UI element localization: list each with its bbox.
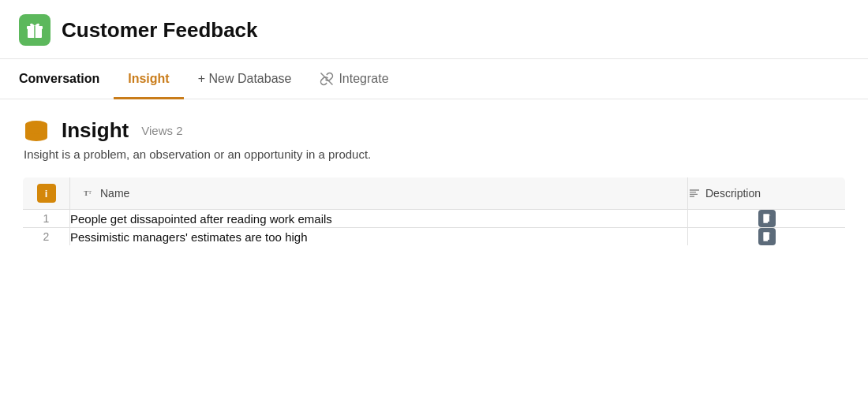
row-name-1: People get dissapointed after reading wo…: [70, 210, 688, 228]
table-row: 2 Pessimistic managers' estimates are to…: [23, 228, 846, 246]
main-content: Insight Views 2 Insight is a problem, an…: [0, 99, 868, 246]
col-name-header: T T Name: [70, 177, 688, 210]
tab-conversation[interactable]: Conversation: [19, 59, 114, 99]
svg-rect-17: [763, 232, 769, 240]
page-title: Customer Feedback: [62, 18, 258, 43]
col-desc-label: Description: [705, 187, 761, 200]
col-index-header: i: [23, 177, 70, 210]
tab-bar: Conversation Insight + New Database Inte…: [0, 59, 868, 99]
svg-text:T: T: [84, 189, 88, 197]
insight-table: i T T Name: [22, 177, 846, 246]
row-name-2: Pessimistic managers' estimates are too …: [70, 228, 688, 246]
gift-icon: [25, 21, 44, 39]
tab-new-database[interactable]: + New Database: [184, 59, 306, 99]
svg-rect-15: [763, 214, 769, 222]
svg-point-8: [25, 133, 47, 141]
integrate-icon: [320, 72, 334, 86]
row-desc-1: [688, 210, 846, 228]
tab-integrate[interactable]: Integrate: [305, 59, 402, 99]
tab-insight[interactable]: Insight: [114, 59, 183, 99]
row-index-2: 2: [23, 228, 70, 246]
table-row: 1 People get dissapointed after reading …: [23, 210, 846, 228]
header: Customer Feedback: [0, 0, 868, 59]
section-description: Insight is a problem, an observation or …: [22, 147, 846, 161]
index-icon: i: [37, 184, 56, 203]
svg-rect-18: [763, 240, 768, 241]
svg-text:T: T: [88, 190, 92, 195]
table-body: 1 People get dissapointed after reading …: [23, 210, 846, 246]
row-desc-2: [688, 228, 846, 246]
text-type-icon: T T: [83, 187, 95, 200]
page-icon: [761, 213, 773, 224]
col-desc-header: Description: [688, 177, 846, 210]
section-header: Insight Views 2: [22, 118, 846, 143]
db-icon-svg: [22, 120, 51, 142]
table-header-row: i T T Name: [23, 177, 846, 210]
desc-col-icon: [688, 187, 701, 200]
col-name-label: Name: [100, 187, 129, 200]
row-index-1: 1: [23, 210, 70, 228]
app-icon: [19, 14, 51, 46]
desc-icon-1: [758, 210, 776, 227]
svg-rect-16: [763, 222, 768, 223]
section-title: Insight: [62, 118, 129, 143]
desc-icon-2: [758, 228, 776, 245]
database-stack-icon: [22, 120, 51, 142]
page-icon-2: [761, 231, 773, 242]
views-label: Views 2: [141, 124, 182, 137]
